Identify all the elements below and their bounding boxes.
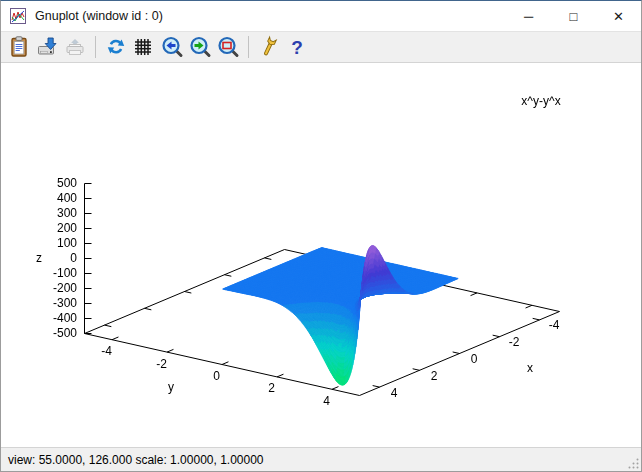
unzoom-icon [216, 35, 240, 59]
help-button[interactable]: ? [284, 34, 310, 60]
z-tick-label: 400 [57, 192, 77, 204]
statusbar-text: view: 55.0000, 126.000 scale: 1.00000, 1… [1, 453, 264, 467]
statusbar: view: 55.0000, 126.000 scale: 1.00000, 1… [1, 447, 641, 471]
options-wrench-button[interactable] [256, 34, 282, 60]
x-tick-label: 4 [391, 387, 398, 399]
toolbar-separator [95, 36, 96, 58]
save-file-icon [35, 35, 59, 59]
x-tick-label: -2 [509, 336, 520, 348]
y-tick-label: -2 [156, 358, 167, 370]
gnuplot-window: Gnuplot (window id : 0) ─□✕ [0, 0, 642, 472]
grid-icon [132, 35, 156, 59]
z-tick-label: -500 [53, 327, 77, 339]
x-axis-label: x [527, 362, 533, 374]
replot-button[interactable] [103, 34, 129, 60]
gnuplot-app-icon [10, 8, 26, 24]
grid-button[interactable] [131, 34, 157, 60]
y-tick-label: 2 [268, 382, 275, 394]
save-file-button[interactable] [34, 34, 60, 60]
options-wrench-icon [257, 35, 281, 59]
print-button[interactable] [62, 34, 88, 60]
resize-grip[interactable] [627, 457, 640, 470]
z-tick-label: 100 [57, 237, 77, 249]
print-icon [63, 35, 87, 59]
help-icon: ? [285, 35, 309, 59]
close-button[interactable]: ✕ [596, 1, 641, 31]
replot-icon [104, 35, 128, 59]
unzoom-button[interactable] [215, 34, 241, 60]
x-tick-label: 2 [431, 370, 438, 382]
x-tick-label: 0 [471, 353, 478, 365]
plot-area: x^y-y^x -500-400-300-200-100010020030040… [1, 63, 641, 447]
z-tick-label: 200 [57, 222, 77, 234]
toolbar: ? [1, 31, 641, 63]
zoom-next-icon [188, 35, 212, 59]
titlebar: Gnuplot (window id : 0) ─□✕ [1, 1, 641, 31]
window-title: Gnuplot (window id : 0) [35, 9, 506, 23]
svg-text:?: ? [291, 37, 303, 58]
z-axis-label: z [36, 252, 42, 264]
z-tick-label: 500 [57, 177, 77, 189]
z-tick-label: -400 [53, 312, 77, 324]
y-tick-label: -4 [101, 345, 112, 357]
x-tick-label: -4 [549, 319, 560, 331]
zoom-next-button[interactable] [187, 34, 213, 60]
z-tick-label: 300 [57, 207, 77, 219]
minimize-button[interactable]: ─ [506, 1, 551, 31]
z-tick-label: 0 [70, 252, 77, 264]
plot-title: x^y-y^x [521, 95, 560, 107]
zoom-previous-icon [160, 35, 184, 59]
copy-clipboard-icon [7, 35, 31, 59]
copy-clipboard-button[interactable] [6, 34, 32, 60]
y-axis-label: y [168, 381, 174, 393]
z-tick-label: -200 [53, 282, 77, 294]
z-tick-label: -100 [53, 267, 77, 279]
zoom-previous-button[interactable] [159, 34, 185, 60]
window-controls: ─□✕ [506, 1, 641, 31]
maximize-button[interactable]: □ [551, 1, 596, 31]
toolbar-separator [248, 36, 249, 58]
y-tick-label: 0 [213, 370, 220, 382]
surface-plot-canvas[interactable] [1, 63, 641, 447]
z-tick-label: -300 [53, 297, 77, 309]
y-tick-label: 4 [323, 395, 330, 407]
